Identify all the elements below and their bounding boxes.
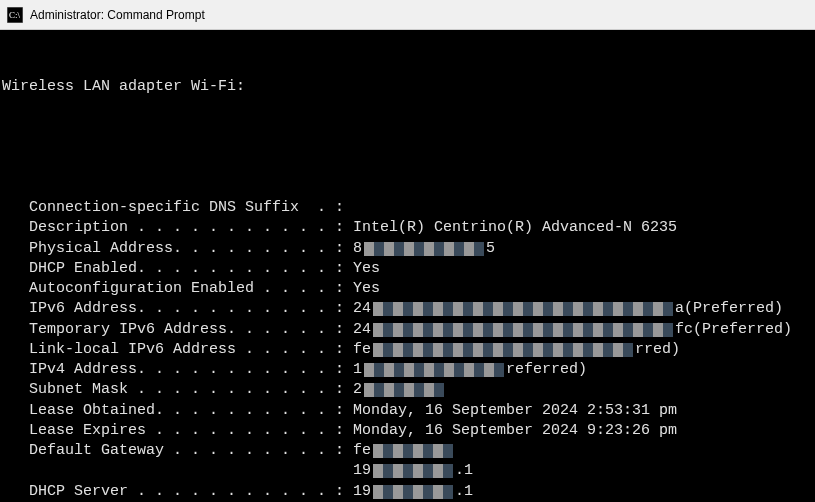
svg-text:C:\: C:\ bbox=[9, 10, 21, 20]
table-row: Autoconfiguration Enabled . . . . : Yes bbox=[2, 279, 813, 299]
row-value: 24a(Preferred) bbox=[353, 299, 783, 319]
value-suffix: fc(Preferred) bbox=[675, 320, 792, 340]
terminal-output[interactable]: Wireless LAN adapter Wi-Fi: Connection-s… bbox=[0, 30, 815, 502]
value-suffix: 5 bbox=[486, 239, 495, 259]
titlebar: C:\ Administrator: Command Prompt bbox=[0, 0, 815, 30]
table-row: Default Gateway . . . . . . . . . : fe bbox=[2, 441, 813, 461]
row-value: Monday, 16 September 2024 9:23:26 pm bbox=[353, 421, 677, 441]
row-label: Lease Expires . . . . . . . . . . : bbox=[2, 421, 353, 441]
value-prefix: 1 bbox=[353, 360, 362, 380]
row-label: IPv6 Address. . . . . . . . . . . : bbox=[2, 299, 353, 319]
row-label: Autoconfiguration Enabled . . . . : bbox=[2, 279, 353, 299]
row-label: Lease Obtained. . . . . . . . . . : bbox=[2, 401, 353, 421]
adapter-header-text: Wireless LAN adapter Wi-Fi: bbox=[2, 77, 245, 97]
row-value: fe bbox=[353, 441, 455, 461]
row-label: Description . . . . . . . . . . . : bbox=[2, 218, 353, 238]
table-row: Lease Expires . . . . . . . . . . : Mond… bbox=[2, 421, 813, 441]
row-value: Yes bbox=[353, 259, 380, 279]
row-label: Subnet Mask . . . . . . . . . . . : bbox=[2, 380, 353, 400]
row-value: 19.1 bbox=[353, 482, 473, 502]
row-label: DHCP Server . . . . . . . . . . . : bbox=[2, 482, 353, 502]
window-title: Administrator: Command Prompt bbox=[30, 8, 205, 22]
table-row: DHCP Server . . . . . . . . . . . : 19.1 bbox=[2, 482, 813, 502]
value-prefix: 24 bbox=[353, 299, 371, 319]
row-value: 1referred) bbox=[353, 360, 587, 380]
redacted-block bbox=[364, 242, 484, 256]
value-suffix: .1 bbox=[455, 482, 473, 502]
value-prefix: fe bbox=[353, 340, 371, 360]
row-label: IPv4 Address. . . . . . . . . . . : bbox=[2, 360, 353, 380]
table-row: Lease Obtained. . . . . . . . . . : Mond… bbox=[2, 401, 813, 421]
redacted-block bbox=[364, 383, 444, 397]
value-suffix: referred) bbox=[506, 360, 587, 380]
row-value: 85 bbox=[353, 239, 495, 259]
row-value: ferred) bbox=[353, 340, 680, 360]
redacted-block bbox=[373, 343, 633, 357]
table-row: Link-local IPv6 Address . . . . . : ferr… bbox=[2, 340, 813, 360]
row-value: Intel(R) Centrino(R) Advanced-N 6235 bbox=[353, 218, 677, 238]
row-value: 24fc(Preferred) bbox=[353, 320, 792, 340]
row-label: Default Gateway . . . . . . . . . : bbox=[2, 441, 353, 461]
table-row: Subnet Mask . . . . . . . . . . . : 2 bbox=[2, 380, 813, 400]
table-row: Temporary IPv6 Address. . . . . . : 24fc… bbox=[2, 320, 813, 340]
row-label bbox=[2, 461, 353, 481]
table-row: Physical Address. . . . . . . . . : 85 bbox=[2, 239, 813, 259]
row-label: Temporary IPv6 Address. . . . . . : bbox=[2, 320, 353, 340]
value-prefix: 19 bbox=[353, 461, 371, 481]
value-suffix: a(Preferred) bbox=[675, 299, 783, 319]
redacted-block bbox=[373, 323, 673, 337]
redacted-block bbox=[373, 444, 453, 458]
row-value: Monday, 16 September 2024 2:53:31 pm bbox=[353, 401, 677, 421]
table-row: Description . . . . . . . . . . . : Inte… bbox=[2, 218, 813, 238]
row-value: 19.1 bbox=[353, 461, 473, 481]
table-row: Connection-specific DNS Suffix . : bbox=[2, 198, 813, 218]
redacted-block bbox=[373, 302, 673, 316]
row-value: Yes bbox=[353, 279, 380, 299]
value-prefix: 2 bbox=[353, 380, 362, 400]
row-label: Link-local IPv6 Address . . . . . : bbox=[2, 340, 353, 360]
redacted-block bbox=[373, 485, 453, 499]
value-prefix: 24 bbox=[353, 320, 371, 340]
redacted-block bbox=[373, 464, 453, 478]
row-label: DHCP Enabled. . . . . . . . . . . : bbox=[2, 259, 353, 279]
table-row: DHCP Enabled. . . . . . . . . . . : Yes bbox=[2, 259, 813, 279]
row-value: 2 bbox=[353, 380, 446, 400]
redacted-block bbox=[364, 363, 504, 377]
table-row: IPv4 Address. . . . . . . . . . . : 1ref… bbox=[2, 360, 813, 380]
table-row: IPv6 Address. . . . . . . . . . . : 24a(… bbox=[2, 299, 813, 319]
value-prefix: 8 bbox=[353, 239, 362, 259]
table-row: 19.1 bbox=[2, 461, 813, 481]
row-label: Physical Address. . . . . . . . . : bbox=[2, 239, 353, 259]
value-suffix: .1 bbox=[455, 461, 473, 481]
row-label: Connection-specific DNS Suffix . : bbox=[2, 198, 344, 218]
blank-line bbox=[2, 137, 813, 157]
value-suffix: rred) bbox=[635, 340, 680, 360]
value-prefix: 19 bbox=[353, 482, 371, 502]
cmd-icon: C:\ bbox=[6, 6, 24, 24]
value-prefix: fe bbox=[353, 441, 371, 461]
adapter-header: Wireless LAN adapter Wi-Fi: bbox=[2, 77, 813, 97]
